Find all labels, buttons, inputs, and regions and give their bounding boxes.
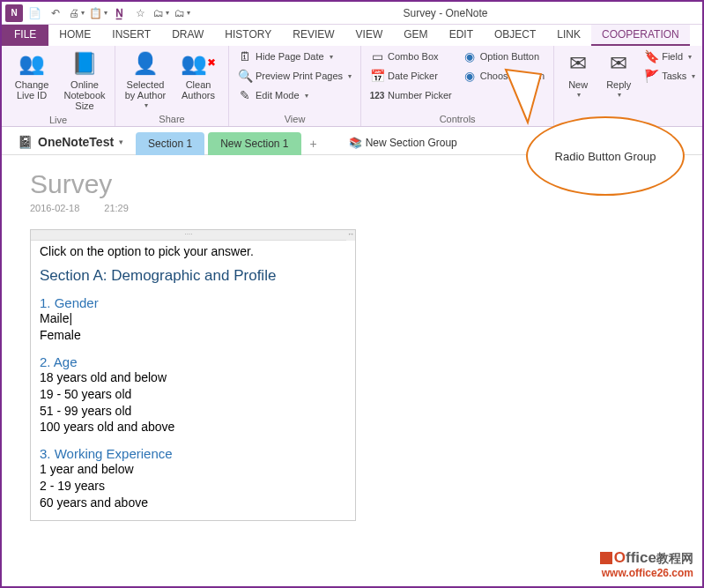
section-group-label: New Section Group	[366, 137, 457, 149]
ribbon-group-mail: ✉ New ✉ Reply 🔖 Field 🚩 Tasks	[554, 46, 704, 126]
tasks-button[interactable]: 🚩 Tasks	[641, 67, 699, 85]
section-tab-2[interactable]: New Section 1	[208, 132, 300, 155]
choose-option-button[interactable]: ◉ Choose Option	[459, 67, 548, 85]
q2-opt-1[interactable]: 18 years old and below	[40, 369, 346, 386]
add-section-button[interactable]: +	[301, 133, 326, 154]
group-label: Share	[121, 112, 223, 126]
q1-opt-1[interactable]: Maile	[40, 310, 346, 327]
preview-print-pages-button[interactable]: 🔍 Preview Print Pages	[234, 67, 355, 85]
label: Combo Box	[388, 51, 438, 62]
note-resize-handle[interactable]: ↔	[346, 230, 355, 241]
option-button-button[interactable]: ◉ Option Button	[459, 48, 548, 65]
label: Option Button	[480, 51, 539, 62]
label: Date Picker	[388, 71, 438, 81]
selected-by-author-button[interactable]: 👤 Selected by Author	[121, 48, 170, 112]
undo-icon[interactable]: ↶	[46, 4, 65, 23]
brand-cn: 教程网	[656, 551, 693, 565]
section-group[interactable]: 📚 New Section Group	[342, 131, 464, 154]
tab-history[interactable]: HISTORY	[214, 25, 282, 46]
hide-page-date-button[interactable]: 🗓 Hide Page Date	[234, 48, 355, 65]
ribbon-group-live: 👥 Change Live ID 📘 Online Notebook Size …	[2, 46, 115, 126]
tab-link[interactable]: LINK	[546, 25, 591, 46]
section-tab-1[interactable]: Section 1	[136, 132, 204, 155]
label: Hide Page Date	[256, 51, 324, 62]
radio-selected-icon: ◉	[463, 69, 477, 83]
combo-box-button[interactable]: ▭ Combo Box	[367, 48, 456, 65]
qat-print-icon[interactable]: 🖨	[67, 4, 86, 23]
watermark-logo: Office教程网	[600, 549, 693, 567]
ribbon-tabs: FILE HOME INSERT DRAW HISTORY REVIEW VIE…	[2, 25, 702, 46]
new-mail-button[interactable]: ✉ New	[559, 48, 597, 101]
office-square-icon	[600, 552, 612, 564]
label: Tasks	[662, 71, 686, 81]
ribbon-group-view: 🗓 Hide Page Date 🔍 Preview Print Pages ✎…	[229, 46, 361, 126]
tab-cooperation[interactable]: COOPERATION	[591, 25, 690, 46]
page-content: Survey 2016-02-18 21:29 ↔ Click on the o…	[2, 155, 702, 586]
group-label: Live	[7, 113, 109, 127]
flag-icon: 🚩	[644, 69, 658, 83]
online-notebook-size-button[interactable]: 📘 Online Notebook Size	[60, 48, 109, 113]
number-icon: 123	[370, 88, 384, 102]
tab-insert[interactable]: INSERT	[101, 25, 161, 46]
print-preview-icon: 🔍	[238, 69, 252, 83]
section-group-icon: 📚	[349, 137, 362, 149]
envelope-icon: ✉	[563, 49, 593, 78]
label: Field	[662, 51, 683, 62]
field-icon: 🔖	[644, 49, 658, 63]
qat-dropdown-c[interactable]: 🗂	[173, 4, 192, 23]
reply-button[interactable]: ✉ Reply	[600, 48, 637, 101]
label: Selected by Author	[122, 79, 168, 100]
qat-dropdown-b[interactable]: 🗂	[152, 4, 171, 23]
tab-object[interactable]: OBJECT	[484, 25, 546, 46]
group-label: View	[234, 112, 355, 126]
clean-authors-icon: 👥✖	[183, 49, 213, 78]
author-select-icon: 👤	[130, 49, 160, 78]
calendar-hide-icon: 🗓	[238, 49, 252, 63]
label: Number Picker	[388, 90, 452, 100]
calendar-icon: 📅	[370, 69, 384, 83]
label: New	[568, 79, 588, 90]
qat-doc-icon[interactable]: 📄	[25, 4, 44, 23]
page-time: 21:29	[104, 203, 129, 213]
note-container[interactable]: ↔ Click on the option to pick your answe…	[30, 229, 356, 521]
note-drag-handle[interactable]	[31, 230, 346, 241]
q3-opt-2[interactable]: 2 - 19 years	[40, 478, 346, 495]
tab-file[interactable]: FILE	[2, 25, 48, 46]
touch-mode-icon[interactable]: N̲	[109, 4, 129, 23]
section-a-heading: Section A: Demographic and Profile	[40, 267, 346, 285]
notebook-size-icon: 📘	[70, 49, 100, 78]
tab-home[interactable]: HOME	[48, 25, 101, 46]
date-picker-button[interactable]: 📅 Date Picker	[367, 67, 456, 85]
label: Online Notebook Size	[62, 79, 107, 111]
clean-authors-button[interactable]: 👥✖ Clean Authors	[174, 48, 223, 102]
qat-dropdown-a[interactable]: 📋	[88, 4, 107, 23]
intro-text: Click on the option to pick your answer.	[40, 244, 346, 258]
page-date: 2016-02-18	[30, 203, 79, 213]
q2-opt-3[interactable]: 51 - 99 years old	[40, 403, 346, 420]
field-button[interactable]: 🔖 Field	[641, 48, 699, 65]
user-key-icon: 👥	[17, 49, 47, 78]
favorite-icon[interactable]: ☆	[130, 4, 150, 23]
change-live-id-button[interactable]: 👥 Change Live ID	[7, 48, 56, 102]
quick-access-toolbar: N 📄 ↶ 🖨 📋 N̲ ☆ 🗂 🗂	[5, 4, 192, 23]
tab-view[interactable]: VIEW	[345, 25, 394, 46]
q3-opt-3[interactable]: 60 years and above	[40, 495, 346, 511]
window-title: Survey - OneNote	[192, 7, 699, 19]
q2-opt-4[interactable]: 100 years old and above	[40, 419, 346, 435]
tab-gem[interactable]: GEM	[393, 25, 438, 46]
tab-draw[interactable]: DRAW	[161, 25, 214, 46]
edit-mode-button[interactable]: ✎ Edit Mode	[234, 86, 355, 104]
q1-opt-2[interactable]: Female	[40, 327, 346, 344]
notebook-selector[interactable]: 📓 OneNoteTest	[9, 130, 132, 154]
ribbon-group-share: 👤 Selected by Author 👥✖ Clean Authors Sh…	[115, 46, 229, 126]
q3-opt-1[interactable]: 1 year and below	[40, 461, 346, 478]
ribbon: 👥 Change Live ID 📘 Online Notebook Size …	[2, 46, 702, 127]
tab-review[interactable]: REVIEW	[282, 25, 345, 46]
number-picker-button[interactable]: 123 Number Picker	[367, 86, 456, 104]
title-bar: N 📄 ↶ 🖨 📋 N̲ ☆ 🗂 🗂 Survey - OneNote	[2, 2, 702, 25]
label: Edit Mode	[256, 90, 300, 100]
note-content[interactable]: Click on the option to pick your answer.…	[40, 235, 346, 511]
label: Clean Authors	[175, 79, 221, 100]
tab-edit[interactable]: EDIT	[439, 25, 484, 46]
q2-opt-2[interactable]: 19 - 50 years old	[40, 386, 346, 403]
